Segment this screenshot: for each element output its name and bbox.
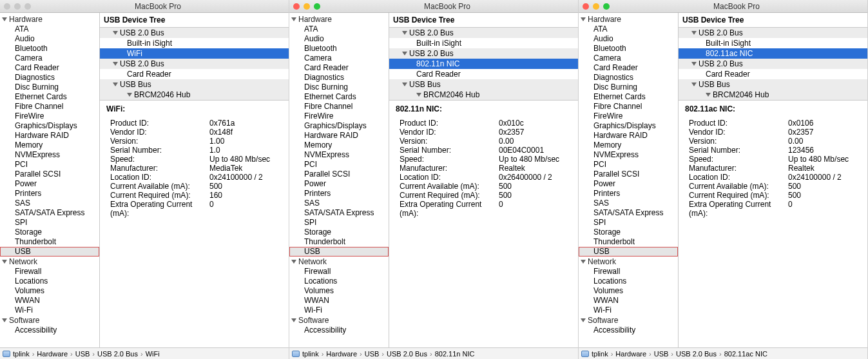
tree-bus-row[interactable]: USB Bus	[100, 79, 289, 90]
sidebar-item-usb[interactable]: USB	[0, 247, 99, 257]
sidebar-item-accessibility[interactable]: Accessibility	[289, 325, 389, 335]
disclosure-triangle-icon[interactable]	[706, 93, 711, 97]
sidebar-item-thunderbolt[interactable]: Thunderbolt	[0, 237, 99, 247]
sidebar-item-hardware-raid[interactable]: Hardware RAID	[579, 131, 678, 141]
sidebar-item-firewall[interactable]: Firewall	[289, 267, 389, 277]
sidebar-item-bluetooth[interactable]: Bluetooth	[0, 44, 99, 53]
sidebar-item-sata-sata-express[interactable]: SATA/SATA Express	[579, 208, 678, 218]
sidebar-item-sata-sata-express[interactable]: SATA/SATA Express	[0, 208, 99, 218]
device-tree[interactable]: USB Device TreeUSB 2.0 BusBuilt-in iSigh…	[389, 13, 578, 101]
sidebar-item-locations[interactable]: Locations	[579, 277, 678, 286]
sidebar-item-spi[interactable]: SPI	[579, 218, 678, 228]
zoom-icon[interactable]	[603, 3, 610, 10]
sidebar-item-storage[interactable]: Storage	[289, 228, 389, 237]
device-tree[interactable]: USB Device TreeUSB 2.0 BusBuilt-in iSigh…	[679, 13, 867, 101]
minimize-icon[interactable]	[593, 3, 599, 10]
sidebar-item-audio[interactable]: Audio	[579, 34, 678, 44]
sidebar-item-power[interactable]: Power	[579, 179, 678, 189]
breadcrumb-item[interactable]: tplink	[13, 350, 30, 358]
tree-bus-row[interactable]: USB 2.0 Bus	[100, 59, 289, 69]
sidebar-item-sas[interactable]: SAS	[289, 199, 389, 208]
disclosure-triangle-icon[interactable]	[402, 52, 407, 55]
sidebar-item-parallel-scsi[interactable]: Parallel SCSI	[579, 170, 678, 179]
sidebar-item-volumes[interactable]: Volumes	[0, 286, 99, 296]
disclosure-triangle-icon[interactable]	[113, 31, 118, 35]
sidebar-item-wi-fi[interactable]: Wi-Fi	[0, 306, 99, 315]
sidebar-item-camera[interactable]: Camera	[579, 53, 678, 63]
tree-device-row[interactable]: Built-in iSight	[100, 38, 289, 48]
breadcrumb-item[interactable]: Hardware	[615, 350, 646, 358]
sidebar-item-storage[interactable]: Storage	[579, 228, 678, 237]
disclosure-triangle-icon[interactable]	[691, 62, 697, 66]
sidebar-item-hardware-raid[interactable]: Hardware RAID	[0, 131, 99, 141]
disclosure-triangle-icon[interactable]	[113, 82, 118, 86]
disclosure-triangle-icon[interactable]	[581, 260, 586, 264]
sidebar-item-fibre-channel[interactable]: Fibre Channel	[579, 102, 678, 112]
breadcrumb-item[interactable]: USB	[654, 350, 669, 358]
sidebar-item-printers[interactable]: Printers	[289, 189, 389, 199]
sidebar-item-storage[interactable]: Storage	[0, 228, 99, 237]
disclosure-triangle-icon[interactable]	[2, 318, 7, 322]
sidebar-item-spi[interactable]: SPI	[0, 218, 99, 228]
sidebar-item-wi-fi[interactable]: Wi-Fi	[579, 306, 678, 315]
sidebar-group-software[interactable]: Software	[289, 315, 389, 325]
sidebar-item-volumes[interactable]: Volumes	[579, 286, 678, 296]
breadcrumb-item[interactable]: USB 2.0 Bus	[387, 350, 427, 358]
disclosure-triangle-icon[interactable]	[2, 17, 7, 21]
disclosure-triangle-icon[interactable]	[291, 260, 296, 264]
sidebar-item-pci[interactable]: PCI	[0, 160, 99, 170]
sidebar-item-card-reader[interactable]: Card Reader	[579, 63, 678, 73]
breadcrumb-item[interactable]: tplink	[592, 350, 608, 358]
sidebar-item-memory[interactable]: Memory	[0, 141, 99, 150]
sidebar-item-bluetooth[interactable]: Bluetooth	[579, 44, 678, 53]
sidebar-group-hardware[interactable]: Hardware	[289, 14, 389, 24]
sidebar[interactable]: HardwareATAAudioBluetoothCameraCard Read…	[289, 13, 389, 347]
sidebar-item-firewire[interactable]: FireWire	[579, 112, 678, 121]
sidebar-item-disc-burning[interactable]: Disc Burning	[579, 82, 678, 92]
breadcrumb-item[interactable]: USB 2.0 Bus	[676, 350, 717, 358]
tree-device-row[interactable]: Card Reader	[679, 69, 867, 79]
sidebar-item-parallel-scsi[interactable]: Parallel SCSI	[0, 170, 99, 179]
sidebar-group-hardware[interactable]: Hardware	[579, 14, 678, 24]
sidebar-item-firewire[interactable]: FireWire	[0, 112, 99, 121]
sidebar-item-ata[interactable]: ATA	[289, 24, 389, 34]
sidebar-group-network[interactable]: Network	[579, 257, 678, 267]
breadcrumb-item[interactable]: USB	[365, 350, 380, 358]
disclosure-triangle-icon[interactable]	[291, 17, 296, 21]
tree-bus-row[interactable]: BRCM2046 Hub	[679, 90, 867, 100]
breadcrumb-item[interactable]: Hardware	[326, 350, 357, 358]
breadcrumb-item[interactable]: WiFi	[146, 350, 160, 358]
breadcrumb-item[interactable]: USB	[75, 350, 90, 358]
sidebar-item-nvmexpress[interactable]: NVMExpress	[289, 150, 389, 160]
disclosure-triangle-icon[interactable]	[691, 31, 697, 35]
sidebar-item-camera[interactable]: Camera	[289, 53, 389, 63]
disclosure-triangle-icon[interactable]	[691, 82, 697, 86]
tree-device-row[interactable]: Card Reader	[389, 69, 578, 79]
breadcrumb-item[interactable]: tplink	[302, 350, 319, 358]
sidebar-item-sata-sata-express[interactable]: SATA/SATA Express	[289, 208, 389, 218]
sidebar-item-printers[interactable]: Printers	[0, 189, 99, 199]
close-icon[interactable]	[583, 3, 589, 10]
sidebar-item-power[interactable]: Power	[289, 179, 389, 189]
tree-device-row[interactable]: 802.11n NIC	[389, 59, 578, 69]
minimize-icon[interactable]	[304, 3, 310, 10]
sidebar-group-software[interactable]: Software	[579, 315, 678, 325]
sidebar-item-spi[interactable]: SPI	[289, 218, 389, 228]
zoom-icon[interactable]	[24, 3, 31, 10]
sidebar-item-memory[interactable]: Memory	[579, 141, 678, 150]
sidebar-item-thunderbolt[interactable]: Thunderbolt	[289, 237, 389, 247]
sidebar-item-nvmexpress[interactable]: NVMExpress	[0, 150, 99, 160]
sidebar-item-wwan[interactable]: WWAN	[579, 296, 678, 306]
tree-bus-row[interactable]: BRCM2046 Hub	[100, 90, 289, 100]
sidebar-item-nvmexpress[interactable]: NVMExpress	[579, 150, 678, 160]
sidebar[interactable]: HardwareATAAudioBluetoothCameraCard Read…	[0, 13, 100, 347]
sidebar-item-diagnostics[interactable]: Diagnostics	[0, 73, 99, 82]
sidebar-item-accessibility[interactable]: Accessibility	[0, 325, 99, 335]
sidebar-item-ata[interactable]: ATA	[0, 24, 99, 34]
sidebar-item-thunderbolt[interactable]: Thunderbolt	[579, 237, 678, 247]
sidebar-item-sas[interactable]: SAS	[0, 199, 99, 208]
sidebar-group-network[interactable]: Network	[0, 257, 99, 267]
disclosure-triangle-icon[interactable]	[127, 93, 132, 97]
sidebar-item-locations[interactable]: Locations	[0, 277, 99, 286]
breadcrumb-item[interactable]: 802.11ac NIC	[724, 350, 767, 358]
